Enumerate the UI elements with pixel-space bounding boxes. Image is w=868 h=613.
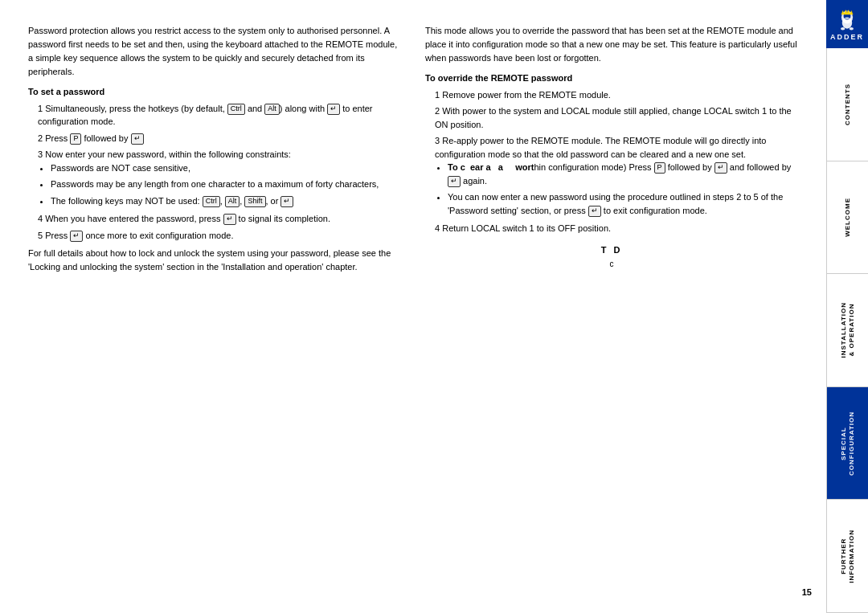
adder-logo-text: ADDER: [830, 33, 864, 41]
svg-point-7: [844, 16, 845, 18]
enter-key-4: ↵: [223, 214, 236, 225]
constraint-1: Passwords are NOT case sensitive,: [51, 161, 401, 175]
constraints-list: Passwords are NOT case sensitive, Passwo…: [51, 161, 401, 208]
main-content: Password protection allows you restrict …: [0, 0, 826, 613]
sidebar: ADDER CONTENTS WELCOME INSTALLATION& OPE…: [826, 0, 868, 613]
alt-key: Alt: [264, 104, 280, 115]
enter-key-1: ↵: [327, 104, 340, 115]
svg-point-5: [841, 27, 845, 31]
override-bullets: To c ear a a worthin configuration mode)…: [448, 161, 798, 217]
p-key-2: P: [654, 162, 665, 174]
override-bullet-2: You can now enter a new password using t…: [448, 190, 798, 217]
sidebar-item-contents[interactable]: CONTENTS: [826, 48, 868, 161]
override-step-3: Re-apply power to the REMOTE module. The…: [435, 134, 798, 217]
sidebar-item-installation-label: INSTALLATION& OPERATION: [840, 302, 855, 358]
enter-key-2: ↵: [131, 133, 144, 145]
left-column: Password protection allows you restrict …: [28, 24, 401, 589]
override-step-4: Return LOCAL switch 1 to its OFF positio…: [435, 222, 798, 235]
ctrl-key-2: Ctrl: [203, 196, 220, 207]
page-container: Password protection allows you restrict …: [0, 0, 868, 613]
step-4: When you have entered the password, pres…: [38, 212, 401, 226]
enter-key-7: ↵: [448, 176, 461, 187]
alt-key-2: Alt: [225, 196, 240, 207]
sidebar-item-installation[interactable]: INSTALLATION& OPERATION: [826, 274, 868, 387]
set-password-heading: To set a password: [28, 85, 401, 99]
constraint-3: The following keys may NOT be used: Ctrl…: [51, 194, 401, 208]
sidebar-nav: CONTENTS WELCOME INSTALLATION& OPERATION…: [826, 48, 868, 613]
td-notice: T D: [425, 243, 798, 257]
enter-key-8: ↵: [588, 206, 601, 217]
page-number: 15: [802, 587, 812, 597]
step-2: Press P followed by ↵: [38, 132, 401, 145]
override-step-2: With power to the system and LOCAL modul…: [435, 104, 798, 131]
small-c: c: [425, 258, 798, 270]
step-1: Simultaneously, press the hotkeys (by de…: [38, 102, 401, 129]
override-steps: Remove power from the REMOTE module. Wit…: [435, 88, 798, 235]
sidebar-item-special-config[interactable]: SPECIALCONFIGURATION: [826, 387, 868, 501]
enter-key-6: ↵: [714, 162, 727, 174]
adder-logo: ADDER: [826, 0, 868, 48]
right-intro: This mode allows you to override the pas…: [425, 24, 798, 65]
sidebar-item-special-config-label: SPECIALCONFIGURATION: [840, 411, 855, 476]
set-password-steps: Simultaneously, press the hotkeys (by de…: [38, 102, 401, 243]
step-5: Press ↵ once more to exit configuration …: [38, 229, 401, 243]
p-key: P: [70, 133, 81, 145]
sidebar-item-welcome-label: WELCOME: [844, 198, 852, 237]
sidebar-item-further-info[interactable]: FURTHERINFORMATION: [826, 500, 868, 613]
sidebar-item-further-info-label: FURTHERINFORMATION: [840, 529, 855, 583]
ctrl-key: Ctrl: [227, 104, 245, 115]
step-3: Now enter your new password, within the …: [38, 148, 401, 207]
override-heading: To override the REMOTE password: [425, 72, 798, 85]
svg-point-4: [842, 17, 852, 28]
svg-point-8: [849, 16, 850, 18]
enter-key-3: ↵: [280, 196, 293, 207]
enter-key-5: ↵: [70, 231, 83, 242]
override-step-1: Remove power from the REMOTE module.: [435, 88, 798, 102]
footer-text: For full details about how to lock and u…: [28, 247, 401, 274]
right-column: This mode allows you to override the pas…: [425, 24, 798, 589]
sidebar-item-welcome[interactable]: WELCOME: [826, 161, 868, 275]
constraint-2: Passwords may be any length from one cha…: [51, 178, 401, 191]
left-intro: Password protection allows you restrict …: [28, 24, 401, 79]
adder-lion-icon: [834, 7, 860, 33]
shift-key: Shift: [244, 196, 265, 207]
sidebar-item-contents-label: CONTENTS: [844, 84, 852, 125]
override-bullet-1: To c ear a a worthin configuration mode)…: [448, 161, 798, 187]
svg-point-6: [850, 27, 854, 31]
